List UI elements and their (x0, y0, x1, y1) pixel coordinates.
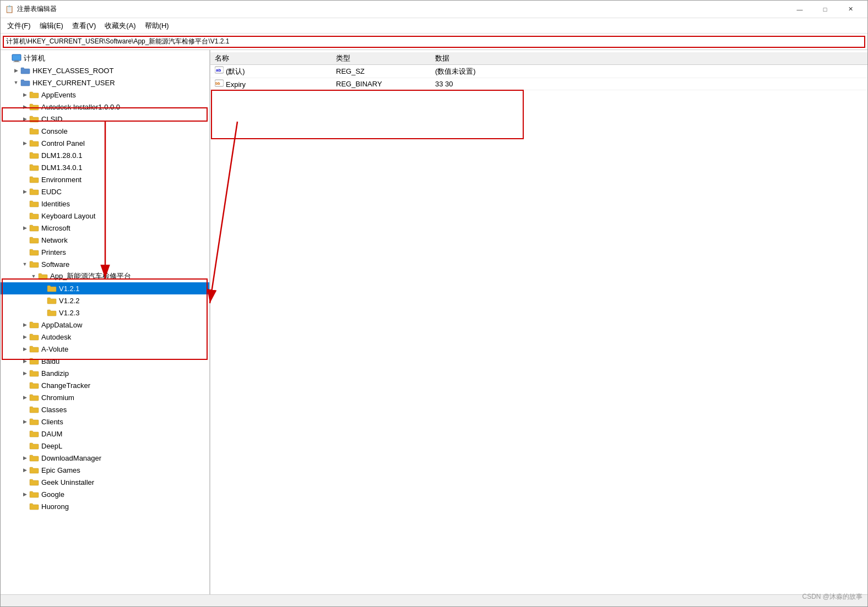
tree-item[interactable]: DeepL (1, 440, 209, 452)
tree-item[interactable]: ▶CLSID (1, 113, 209, 125)
tree-item[interactable]: DLM1.28.0.1 (1, 149, 209, 161)
close-button[interactable]: ✕ (838, 1, 863, 18)
tree-item[interactable]: ▶AppDataLow (1, 319, 209, 331)
tree-item[interactable]: V1.2.1 (1, 282, 209, 294)
expand-button[interactable]: ▶ (20, 393, 29, 402)
tree-item[interactable]: ▶Epic Games (1, 464, 209, 476)
tree-item[interactable]: DLM1.34.0.1 (1, 161, 209, 173)
expand-button[interactable]: ▶ (20, 369, 29, 378)
expand-button[interactable] (20, 502, 29, 511)
expand-button[interactable] (20, 405, 29, 414)
tree-label: 计算机 (24, 53, 45, 63)
tree-item[interactable]: V1.2.2 (1, 294, 209, 307)
tree-label: ChangeTracker (41, 381, 90, 390)
expand-button[interactable] (20, 429, 29, 438)
expand-button[interactable] (38, 296, 47, 305)
tree-item[interactable]: ▶Bandizip (1, 367, 209, 379)
tree-item[interactable]: Console (1, 125, 209, 137)
expand-button[interactable]: ▶ (20, 187, 29, 196)
expand-button[interactable]: ▶ (20, 490, 29, 499)
expand-button[interactable] (20, 211, 29, 220)
expand-button[interactable] (20, 175, 29, 184)
tree-item[interactable]: DAUM (1, 428, 209, 440)
folder-icon (29, 236, 39, 244)
expand-button[interactable]: ▶ (20, 102, 29, 111)
tree-item[interactable]: ▼HKEY_CURRENT_USER (1, 76, 209, 89)
folder-icon (29, 466, 39, 474)
tree-item[interactable]: Classes (1, 403, 209, 415)
expand-button[interactable] (20, 199, 29, 208)
expand-button[interactable]: ▶ (20, 466, 29, 474)
expand-button[interactable] (20, 127, 29, 135)
address-bar (1, 34, 867, 50)
expand-button[interactable]: ▶ (20, 344, 29, 353)
expand-button[interactable]: ▼ (29, 272, 38, 281)
tree-item[interactable]: ▶Control Panel (1, 137, 209, 149)
expand-button[interactable]: ▶ (20, 320, 29, 329)
expand-button[interactable]: ▶ (20, 332, 29, 341)
tree-item[interactable]: Keyboard Layout (1, 210, 209, 222)
expand-button[interactable] (20, 478, 29, 486)
tree-item[interactable]: ▶Baidu (1, 355, 209, 367)
expand-button[interactable]: ▶ (20, 139, 29, 147)
expand-button[interactable]: ▶ (20, 223, 29, 232)
tree-item[interactable]: V1.2.3 (1, 307, 209, 319)
menu-item[interactable]: 帮助(H) (140, 20, 173, 32)
registry-value-row[interactable]: ab(默认)REG_SZ(数值未设置) (210, 65, 867, 78)
tree-item[interactable]: ChangeTracker (1, 379, 209, 391)
tree-item[interactable]: Geek Uninstaller (1, 476, 209, 488)
folder-icon (20, 78, 30, 87)
tree-item[interactable]: Printers (1, 246, 209, 258)
value-icon: bb (215, 79, 224, 87)
tree-item[interactable]: ▶Autodesk Installer1.0.0.0 (1, 101, 209, 113)
tree-label: Google (41, 490, 64, 499)
tree-item[interactable]: ▼Software (1, 258, 209, 270)
minimize-button[interactable]: — (787, 1, 812, 18)
tree-item[interactable]: ▶DownloadManager (1, 452, 209, 464)
tree-item[interactable]: Identities (1, 198, 209, 210)
tree-item[interactable]: ▶Microsoft (1, 222, 209, 234)
address-input[interactable] (3, 36, 865, 48)
expand-button[interactable]: ▶ (20, 357, 29, 365)
expand-button[interactable]: ▶ (12, 66, 20, 75)
expand-button[interactable] (20, 381, 29, 390)
tree-item[interactable]: ▶Chromium (1, 391, 209, 403)
expand-button[interactable] (38, 308, 47, 317)
expand-button[interactable]: ▶ (20, 453, 29, 462)
expand-button[interactable]: ▼ (12, 78, 20, 87)
tree-item[interactable]: ▶HKEY_CLASSES_ROOT (1, 64, 209, 76)
tree-label: A-Volute (41, 345, 68, 353)
expand-button[interactable] (20, 236, 29, 244)
tree-label: Network (41, 236, 68, 244)
menu-item[interactable]: 编辑(E) (35, 20, 68, 32)
registry-value-row[interactable]: bbExpiryREG_BINARY33 30 (210, 78, 867, 90)
tree-item[interactable]: ▼App_新能源汽车检修平台 (1, 270, 209, 282)
expand-button[interactable]: ▶ (20, 90, 29, 99)
folder-icon (29, 478, 39, 486)
expand-button[interactable] (20, 163, 29, 172)
maximize-button[interactable]: □ (812, 1, 838, 18)
tree-item[interactable]: ▶A-Volute (1, 343, 209, 355)
tree-item[interactable]: ▶Google (1, 488, 209, 500)
menu-item[interactable]: 文件(F) (3, 20, 35, 32)
menu-item[interactable]: 收藏夹(A) (100, 20, 140, 32)
expand-button[interactable]: ▼ (20, 260, 29, 269)
tree-item[interactable]: ▶Clients (1, 415, 209, 428)
expand-button[interactable] (20, 248, 29, 256)
expand-button[interactable]: ▶ (20, 114, 29, 123)
tree-item[interactable]: Huorong (1, 500, 209, 512)
tree-item[interactable]: ▶AppEvents (1, 89, 209, 101)
tree-item[interactable]: ▶EUDC (1, 185, 209, 198)
expand-button[interactable]: ▶ (20, 417, 29, 426)
expand-button[interactable] (20, 441, 29, 450)
tree-item[interactable]: Network (1, 234, 209, 246)
expand-button[interactable] (38, 284, 47, 293)
tree-item[interactable]: 计算机 (1, 52, 209, 64)
value-name-text: (默认) (226, 67, 245, 75)
tree-item[interactable]: Environment (1, 173, 209, 185)
tree-label: EUDC (41, 188, 62, 196)
expand-button[interactable] (20, 151, 29, 160)
tree-item[interactable]: ▶Autodesk (1, 331, 209, 343)
expand-button[interactable] (3, 54, 12, 63)
menu-item[interactable]: 查看(V) (68, 20, 100, 32)
